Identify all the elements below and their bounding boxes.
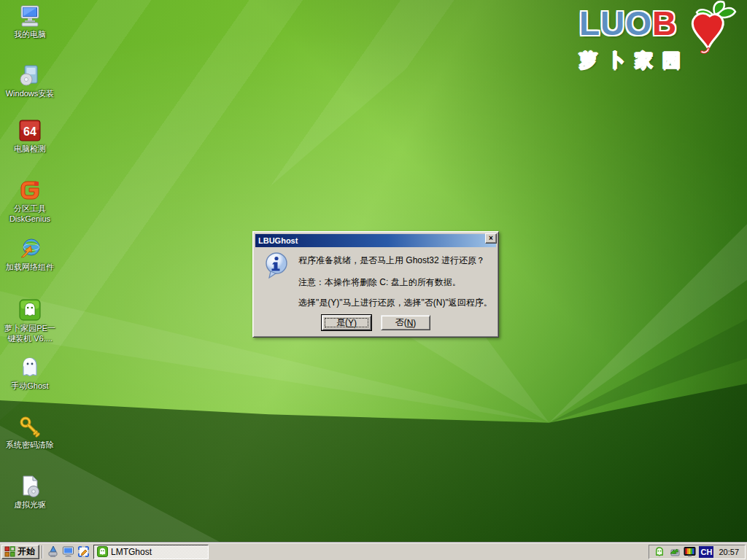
logo-text-luo: LUO (579, 4, 652, 42)
desktop-icon-pe-installer[interactable]: 萝卜家园PE一 键装机 V6.... (1, 298, 58, 343)
desktop-icon-label: 手动Ghost (11, 381, 48, 390)
dialog-line-3: 选择"是(Y)"马上进行还原，选择"否(N)"返回程序。 (298, 297, 492, 309)
desktop-wallpaper: LUOB 萝卜家园 我的电脑 (0, 0, 747, 560)
tray-clock: 20:57 (716, 548, 741, 556)
taskbar: 开始 LMTGhost (0, 542, 747, 560)
start-label: 开始 (18, 545, 35, 558)
desktop-icon-load-network[interactable]: 加载网络组件 (1, 236, 58, 271)
task-button-label: LMTGhost (111, 547, 152, 557)
quicklaunch-desktop-edit-icon[interactable] (76, 545, 91, 559)
dialog-line-2: 注意：本操作将删除 C: 盘上的所有数据。 (298, 276, 461, 289)
close-icon[interactable]: × (485, 233, 497, 244)
tray-display-icon[interactable] (684, 545, 696, 558)
desktop-icon-label: 加载网络组件 (6, 262, 54, 271)
desktop-icon-label: 电脑检测 (14, 144, 46, 153)
desktop-icon-manual-ghost[interactable]: 手动Ghost (1, 355, 58, 390)
no-button[interactable]: 否(N) (381, 315, 430, 330)
desktop-icon-my-computer[interactable]: 我的电脑 (1, 4, 58, 39)
quicklaunch-display-icon[interactable] (61, 545, 76, 559)
desktop-icon-label2: 键装机 V6.... (7, 334, 53, 343)
globe-arrow-icon (18, 236, 42, 261)
desktop-icon-label: 分区工具 (14, 204, 46, 213)
key-icon (18, 414, 42, 439)
tray-hardware-icon[interactable] (668, 545, 681, 558)
diskgenius-icon (18, 178, 42, 203)
taskbar-divider (42, 545, 43, 559)
lmtghost-icon (97, 546, 108, 557)
logo-text-b: B (652, 4, 677, 42)
taskbar-task-lmtghost[interactable]: LMTGhost (93, 545, 209, 559)
desktop-icon-label: 虚拟光驱 (14, 500, 46, 509)
ghost-icon (18, 355, 42, 380)
dialog-title: LBUGhost (258, 236, 298, 245)
radish-icon (686, 0, 740, 54)
start-icon (4, 546, 15, 557)
input-language-indicator[interactable]: CH (699, 546, 713, 558)
install-box-icon (18, 63, 42, 88)
dialog-lbughost: LBUGhost × 程序准备就绪，是否马上用 Ghost32 进行还原？ 注意… (252, 231, 499, 338)
desktop-icon-diskgenius[interactable]: 分区工具 DiskGenius (1, 178, 58, 223)
desktop-icon-pc-check[interactable]: 64 电脑检测 (1, 118, 58, 153)
desktop-icon-label: Windows安装 (6, 89, 55, 98)
dialog-titlebar[interactable]: LBUGhost (255, 234, 496, 247)
desktop-icon-label2: DiskGenius (9, 214, 50, 223)
green-ghost-icon (18, 298, 42, 322)
luobo-logo: LUOB 萝卜家园 (579, 4, 737, 72)
yes-button[interactable]: 是(Y) (322, 315, 371, 330)
desktop-icon-label: 我的电脑 (14, 30, 46, 39)
dialog-line-1: 程序准备就绪，是否马上用 Ghost32 进行还原？ (298, 254, 485, 267)
my-computer-icon (18, 4, 42, 28)
desktop-icon-virtual-cdrom[interactable]: 虚拟光驱 (1, 474, 58, 509)
system-tray: CH 20:57 (649, 545, 746, 559)
tray-ghost-icon[interactable] (653, 545, 665, 558)
svg-text:64: 64 (23, 125, 36, 138)
desktop-icon-password-clear[interactable]: 系统密码清除 (1, 414, 58, 449)
desktop-icon-label: 系统密码清除 (6, 440, 54, 449)
desktop-icon-label: 萝卜家园PE一 (4, 324, 55, 332)
virtual-drive-icon (18, 474, 42, 499)
quicklaunch-sweep-icon[interactable] (45, 545, 61, 559)
start-button[interactable]: 开始 (1, 545, 39, 559)
badge-64-icon: 64 (18, 118, 42, 143)
info-icon (263, 252, 290, 281)
desktop-icon-windows-install[interactable]: Windows安装 (1, 63, 58, 98)
